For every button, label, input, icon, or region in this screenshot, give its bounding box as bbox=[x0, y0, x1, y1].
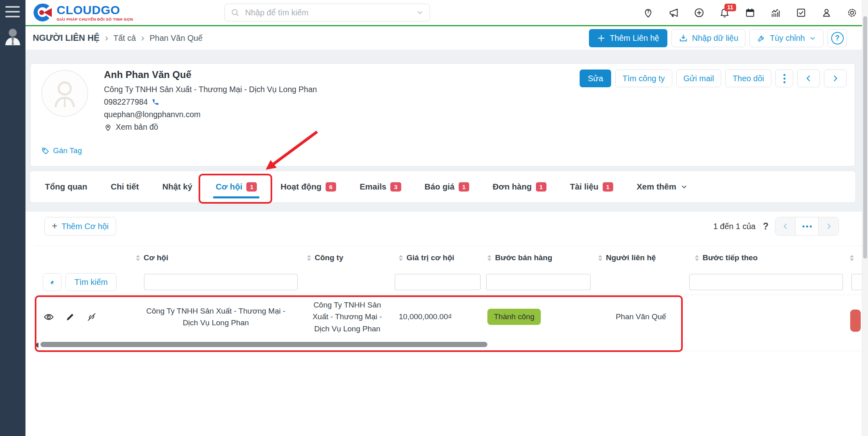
horizontal-scrollbar[interactable] bbox=[35, 340, 868, 351]
chevron-down-icon[interactable] bbox=[416, 8, 424, 17]
crm-app: CLOUDGO GIẢI PHÁP CHUYỂN ĐỔI SỐ TINH GỌN… bbox=[0, 0, 868, 436]
send-mail-button[interactable]: Gửi mail bbox=[676, 70, 722, 87]
next-record-button[interactable] bbox=[824, 70, 847, 87]
filter-input-buoc-ban-hang[interactable] bbox=[486, 274, 591, 290]
breadcrumb-item-all[interactable]: Tất cả bbox=[113, 34, 136, 43]
chevron-down-icon bbox=[680, 183, 688, 191]
tab-tong-quan[interactable]: Tổng quan bbox=[45, 171, 87, 202]
cell-next-step bbox=[689, 295, 844, 339]
contact-email[interactable]: quephan@longphanvn.com bbox=[104, 110, 317, 119]
filter-input-co-hoi[interactable] bbox=[144, 274, 298, 290]
map-pin-help-icon[interactable]: ? bbox=[643, 7, 654, 18]
column-header-gia-tri[interactable]: Giá trị cơ hội bbox=[393, 246, 482, 270]
page-actions: Thêm Liên hệ Nhập dữ liệu Tùy chỉnh ? bbox=[589, 29, 847, 47]
map-pin-icon bbox=[104, 123, 112, 132]
table-search-button[interactable]: Tìm kiếm bbox=[66, 273, 116, 291]
tasks-check-icon[interactable] bbox=[796, 7, 807, 18]
topbar-icons: ? 11 bbox=[643, 0, 857, 25]
topbar: CLOUDGO GIẢI PHÁP CHUYỂN ĐỔI SỐ TINH GỌN… bbox=[25, 0, 868, 26]
menu-icon[interactable] bbox=[5, 6, 20, 21]
add-contact-button[interactable]: Thêm Liên hệ bbox=[589, 29, 667, 47]
view-icon[interactable] bbox=[43, 312, 54, 322]
cell-opportunity[interactable]: Công Ty TNHH Sản Xuất - Thương Mại - Dịc… bbox=[130, 295, 301, 339]
tab-badge: 1 bbox=[603, 182, 613, 192]
analytics-icon[interactable] bbox=[770, 7, 781, 18]
tab-xem-them[interactable]: Xem thêm bbox=[637, 171, 688, 202]
contact-module-icon[interactable] bbox=[4, 27, 21, 46]
cell-value: 10,000,000.00₫ bbox=[393, 295, 482, 339]
filter-input-gia-tri[interactable] bbox=[395, 274, 481, 290]
sort-icon[interactable] bbox=[850, 255, 854, 261]
avatar[interactable] bbox=[41, 70, 88, 117]
more-actions-button[interactable] bbox=[775, 70, 793, 87]
page-previous-button[interactable] bbox=[775, 217, 795, 235]
page-next-button[interactable] bbox=[819, 217, 838, 235]
tab-bao-gia[interactable]: Báo giá1 bbox=[425, 171, 469, 202]
customize-button[interactable]: Tùy chỉnh bbox=[749, 29, 824, 47]
assign-tag-link[interactable]: Gán Tag bbox=[41, 146, 82, 155]
settings-gear-icon[interactable] bbox=[847, 7, 857, 18]
svg-text:?: ? bbox=[647, 10, 649, 14]
tab-don-hang[interactable]: Đơn hàng1 bbox=[493, 171, 546, 202]
breadcrumb-separator: › bbox=[141, 34, 144, 42]
sort-icon[interactable] bbox=[598, 255, 602, 261]
edit-button[interactable]: Sửa bbox=[580, 70, 611, 87]
vertical-scrollbar[interactable] bbox=[862, 0, 868, 436]
sort-icon[interactable] bbox=[307, 255, 311, 261]
phone-icon[interactable] bbox=[151, 98, 160, 106]
person-silhouette-icon bbox=[44, 72, 86, 114]
contact-info: Anh Phan Văn Quế Công Ty TNHH Sản Xuất -… bbox=[104, 69, 317, 135]
breadcrumb-module[interactable]: NGƯỜI LIÊN HỆ bbox=[33, 33, 100, 43]
column-header-buoc-tiep-theo[interactable]: Bước tiếp theo bbox=[689, 246, 844, 270]
sort-icon[interactable] bbox=[136, 255, 140, 261]
profile-icon[interactable] bbox=[821, 7, 832, 18]
tab-nhat-ky[interactable]: Nhật ký bbox=[162, 171, 192, 202]
find-company-button[interactable]: Tìm công ty bbox=[615, 70, 672, 87]
tab-chi-tiet[interactable]: Chi tiết bbox=[111, 171, 139, 202]
tab-co-hoi[interactable]: Cơ hội1 bbox=[216, 171, 257, 202]
table-row[interactable]: Công Ty TNHH Sản Xuất - Thương Mại - Dịc… bbox=[35, 295, 868, 339]
scroll-left-arrow[interactable] bbox=[35, 342, 38, 348]
add-opportunity-button[interactable]: + Thêm Cơ hội bbox=[44, 217, 116, 236]
import-data-button[interactable]: Nhập dữ liệu bbox=[671, 29, 746, 47]
add-circle-icon[interactable] bbox=[694, 7, 705, 18]
page-list-button[interactable] bbox=[795, 217, 819, 235]
view-map-link[interactable]: Xem bản đồ bbox=[104, 122, 317, 132]
megaphone-icon[interactable] bbox=[668, 7, 679, 18]
clear-filters-button[interactable] bbox=[43, 273, 61, 291]
opportunities-panel: + Thêm Cơ hội 1 đến 1 của ? bbox=[25, 212, 868, 436]
follow-button[interactable]: Theo dõi bbox=[725, 70, 771, 87]
table-filter-row: Tìm kiếm bbox=[35, 270, 868, 295]
previous-record-button[interactable] bbox=[797, 70, 820, 87]
notification-badge: 11 bbox=[724, 4, 736, 11]
pagination-total[interactable]: ? bbox=[763, 221, 768, 232]
cell-contact[interactable]: Phan Văn Quế bbox=[593, 295, 689, 339]
contact-name: Anh Phan Văn Quế bbox=[104, 69, 317, 80]
cell-company[interactable]: Công Ty TNHH Sản Xuất - Thương Mại - Dịc… bbox=[301, 295, 393, 339]
edit-pencil-icon[interactable] bbox=[65, 312, 75, 322]
column-header-buoc-ban-hang[interactable]: Bước bán hàng bbox=[482, 246, 593, 270]
global-search[interactable] bbox=[224, 4, 430, 21]
tab-hoat-dong[interactable]: Hoạt động6 bbox=[280, 171, 336, 202]
scrollbar-thumb[interactable] bbox=[863, 16, 867, 259]
scrollbar-thumb[interactable] bbox=[40, 342, 487, 347]
cloudgo-logo[interactable]: CLOUDGO GIẢI PHÁP CHUYỂN ĐỔI SỐ TINH GỌN bbox=[32, 2, 133, 23]
sort-icon[interactable] bbox=[695, 255, 699, 261]
search-icon bbox=[231, 8, 240, 17]
contact-phone: 0982277984 bbox=[104, 97, 317, 107]
search-input[interactable] bbox=[244, 8, 411, 18]
tab-tai-lieu[interactable]: Tài liệu1 bbox=[570, 171, 613, 202]
help-button[interactable]: ? bbox=[828, 29, 847, 47]
filter-input-buoc-tiep-theo[interactable] bbox=[689, 274, 843, 290]
pagination: 1 đến 1 của ? bbox=[713, 217, 839, 236]
left-sidebar bbox=[0, 0, 25, 436]
calendar-icon[interactable] bbox=[745, 7, 756, 18]
unlink-icon[interactable] bbox=[86, 312, 97, 322]
sort-icon[interactable] bbox=[399, 255, 403, 261]
column-header-cong-ty[interactable]: Công ty bbox=[301, 246, 393, 270]
tab-emails[interactable]: Emails3 bbox=[360, 171, 401, 202]
sort-icon[interactable] bbox=[487, 255, 491, 261]
notifications-bell-icon[interactable]: 11 bbox=[719, 7, 730, 18]
column-header-co-hoi[interactable]: Cơ hội bbox=[130, 246, 301, 270]
column-header-nguoi-lien-he[interactable]: Người liên hệ bbox=[593, 246, 689, 270]
